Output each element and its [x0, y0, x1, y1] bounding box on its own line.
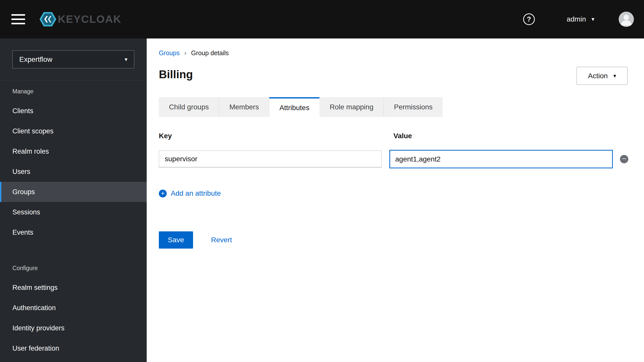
sidebar-nav: Manage Clients Client scopes Realm roles…: [0, 84, 147, 358]
attributes-value-header: Value: [393, 132, 412, 140]
realm-selector-value: Expertflow: [19, 55, 52, 64]
sidebar-item-realm-roles[interactable]: Realm roles: [0, 141, 147, 162]
keycloak-wordmark: KEYCLOAK: [58, 14, 122, 25]
sidebar-item-label: Client scopes: [12, 127, 53, 135]
save-button[interactable]: Save: [159, 231, 193, 249]
sidebar-item-events[interactable]: Events: [0, 222, 147, 243]
hamburger-menu-icon[interactable]: [11, 14, 25, 24]
page-title: Billing: [159, 67, 193, 82]
sidebar-item-user-federation[interactable]: User federation: [0, 338, 147, 358]
sidebar-item-clients[interactable]: Clients: [0, 101, 147, 121]
breadcrumb: Groups › Group details: [159, 49, 229, 57]
main-content: Groups › Group details Billing Action ▾ …: [147, 38, 644, 362]
nav-section-configure: Configure Realm settings Authentication …: [0, 260, 147, 358]
tab-label: Permissions: [394, 103, 432, 111]
tab-label: Child groups: [169, 103, 209, 111]
sidebar-item-label: Groups: [12, 188, 35, 196]
hamburger-bar: [11, 14, 25, 16]
user-name: admin: [567, 15, 586, 23]
nav-section-title: Manage: [0, 84, 147, 101]
attributes-key-header: Key: [159, 132, 172, 140]
sidebar-item-sessions[interactable]: Sessions: [0, 202, 147, 222]
sidebar-item-label: Events: [12, 229, 33, 236]
user-menu-dropdown[interactable]: admin ▾: [565, 15, 596, 24]
help-icon[interactable]: ?: [523, 13, 535, 25]
tab-label: Role mapping: [330, 103, 373, 111]
tab-child-groups[interactable]: Child groups: [159, 97, 219, 117]
sidebar-item-realm-settings[interactable]: Realm settings: [0, 277, 147, 298]
attribute-key-input[interactable]: [159, 151, 382, 167]
sidebar-item-client-scopes[interactable]: Client scopes: [0, 121, 147, 141]
add-attribute-button[interactable]: + Add an attribute: [159, 189, 221, 197]
sidebar-item-label: Clients: [12, 107, 33, 115]
chevron-down-icon: ▾: [592, 16, 594, 23]
nav-section-manage: Manage Clients Client scopes Realm roles…: [0, 84, 147, 243]
breadcrumb-current: Group details: [191, 49, 229, 57]
tab-permissions[interactable]: Permissions: [384, 97, 443, 117]
action-button-label: Action: [588, 72, 608, 80]
nav-section-title: Configure: [0, 260, 147, 277]
sidebar-item-label: Users: [12, 168, 30, 176]
keycloak-logo[interactable]: KEYCLOAK: [40, 12, 122, 27]
sidebar-item-groups[interactable]: Groups: [0, 182, 147, 202]
hamburger-bar: [11, 23, 25, 24]
keycloak-logo-icon: [40, 12, 56, 27]
chevron-down-icon: ▾: [613, 73, 616, 79]
sidebar-item-label: Realm roles: [12, 148, 49, 155]
sidebar-item-users[interactable]: Users: [0, 162, 147, 182]
realm-selector[interactable]: Expertflow ▾: [12, 50, 134, 68]
minus-circle-icon: −: [622, 155, 627, 163]
action-dropdown-button[interactable]: Action ▾: [577, 67, 628, 85]
breadcrumb-separator-icon: ›: [184, 49, 186, 57]
tab-attributes[interactable]: Attributes: [269, 97, 319, 117]
plus-circle-icon: +: [159, 190, 167, 197]
help-glyph: ?: [527, 15, 531, 23]
sidebar-item-label: Sessions: [12, 208, 40, 216]
avatar[interactable]: [619, 12, 634, 27]
sidebar-item-label: Authentication: [12, 304, 56, 312]
sidebar-item-label: User federation: [12, 345, 59, 352]
header-right: ? admin ▾: [523, 12, 634, 27]
breadcrumb-link-groups[interactable]: Groups: [159, 49, 180, 57]
tab-label: Attributes: [279, 104, 309, 112]
hamburger-bar: [11, 18, 25, 20]
plus-glyph: +: [161, 190, 165, 196]
sidebar-item-label: Identity providers: [12, 324, 65, 332]
app-header: KEYCLOAK ? admin ▾: [0, 0, 644, 38]
remove-attribute-button[interactable]: −: [620, 155, 628, 163]
tab-bar: Child groups Members Attributes Role map…: [159, 97, 443, 117]
tab-members[interactable]: Members: [219, 97, 269, 117]
sidebar: Expertflow ▾ Manage Clients Client scope…: [0, 38, 147, 362]
revert-button[interactable]: Revert: [210, 231, 233, 249]
attribute-value-input[interactable]: [389, 150, 613, 168]
sidebar-divider: [0, 80, 147, 80]
sidebar-item-identity-providers[interactable]: Identity providers: [0, 318, 147, 338]
add-attribute-label: Add an attribute: [171, 189, 221, 197]
tab-role-mapping[interactable]: Role mapping: [319, 97, 384, 117]
chevron-down-icon: ▾: [125, 56, 127, 63]
tab-label: Members: [229, 103, 259, 111]
sidebar-item-label: Realm settings: [12, 284, 58, 292]
sidebar-item-authentication[interactable]: Authentication: [0, 298, 147, 318]
